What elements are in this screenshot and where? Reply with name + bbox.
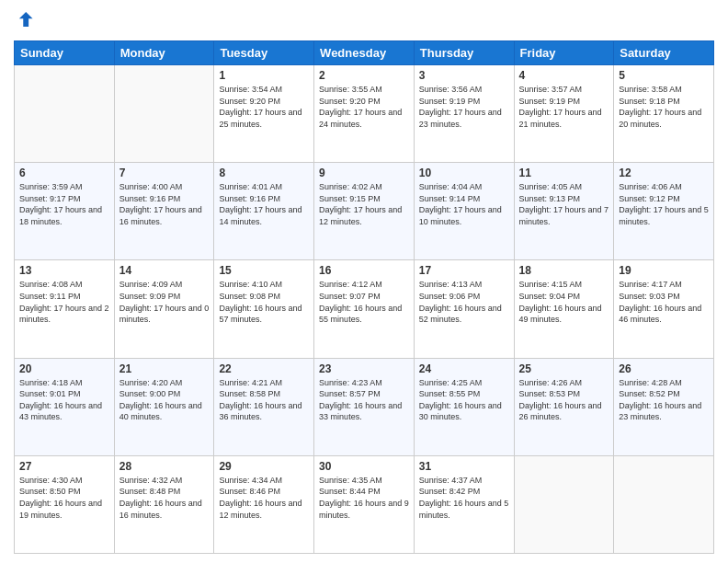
day-number: 7: [119, 167, 210, 179]
calendar-cell: 19Sunrise: 4:17 AM Sunset: 9:03 PM Dayli…: [614, 260, 714, 358]
calendar-cell: 26Sunrise: 4:28 AM Sunset: 8:52 PM Dayli…: [614, 358, 714, 455]
calendar-cell: [114, 65, 214, 163]
calendar-cell: 2Sunrise: 3:55 AM Sunset: 9:20 PM Daylig…: [314, 65, 415, 163]
weekday-header-sunday: Sunday: [15, 41, 115, 65]
calendar-cell: 30Sunrise: 4:35 AM Sunset: 8:44 PM Dayli…: [314, 455, 415, 553]
calendar-cell: 24Sunrise: 4:25 AM Sunset: 8:55 PM Dayli…: [414, 358, 514, 455]
day-info: Sunrise: 4:06 AM Sunset: 9:12 PM Dayligh…: [619, 181, 709, 227]
calendar-cell: 14Sunrise: 4:09 AM Sunset: 9:09 PM Dayli…: [114, 260, 214, 358]
calendar-cell: 31Sunrise: 4:37 AM Sunset: 8:42 PM Dayli…: [414, 455, 514, 553]
calendar-cell: [15, 65, 115, 163]
day-number: 12: [619, 167, 709, 179]
day-info: Sunrise: 4:20 AM Sunset: 9:00 PM Dayligh…: [119, 377, 210, 423]
day-number: 5: [619, 69, 709, 82]
calendar-cell: 9Sunrise: 4:02 AM Sunset: 9:15 PM Daylig…: [314, 163, 415, 260]
day-info: Sunrise: 4:21 AM Sunset: 8:58 PM Dayligh…: [219, 377, 309, 423]
week-row-5: 27Sunrise: 4:30 AM Sunset: 8:50 PM Dayli…: [15, 455, 714, 553]
svg-marker-0: [19, 12, 33, 27]
weekday-header-monday: Monday: [114, 41, 214, 65]
week-row-3: 13Sunrise: 4:08 AM Sunset: 9:11 PM Dayli…: [15, 260, 714, 358]
day-info: Sunrise: 4:04 AM Sunset: 9:14 PM Dayligh…: [419, 181, 509, 227]
calendar-cell: 6Sunrise: 3:59 AM Sunset: 9:17 PM Daylig…: [15, 163, 115, 260]
calendar-cell: 29Sunrise: 4:34 AM Sunset: 8:46 PM Dayli…: [214, 455, 314, 553]
calendar-cell: 8Sunrise: 4:01 AM Sunset: 9:16 PM Daylig…: [214, 163, 314, 260]
day-info: Sunrise: 4:23 AM Sunset: 8:57 PM Dayligh…: [319, 377, 409, 423]
logo: [14, 9, 36, 33]
day-number: 8: [219, 167, 309, 179]
calendar-cell: [514, 455, 614, 553]
day-number: 17: [419, 264, 509, 277]
weekday-header-friday: Friday: [514, 41, 614, 65]
calendar-cell: 13Sunrise: 4:08 AM Sunset: 9:11 PM Dayli…: [15, 260, 115, 358]
day-number: 22: [219, 362, 309, 375]
calendar-table: SundayMondayTuesdayWednesdayThursdayFrid…: [14, 40, 714, 554]
day-number: 25: [519, 362, 609, 375]
calendar-cell: [614, 455, 714, 553]
day-info: Sunrise: 4:05 AM Sunset: 9:13 PM Dayligh…: [519, 181, 609, 227]
day-number: 6: [19, 167, 109, 179]
day-info: Sunrise: 4:32 AM Sunset: 8:48 PM Dayligh…: [119, 475, 210, 521]
calendar-cell: 18Sunrise: 4:15 AM Sunset: 9:04 PM Dayli…: [514, 260, 614, 358]
day-info: Sunrise: 4:08 AM Sunset: 9:11 PM Dayligh…: [19, 279, 109, 325]
calendar-cell: 5Sunrise: 3:58 AM Sunset: 9:18 PM Daylig…: [614, 65, 714, 163]
logo-icon: [14, 9, 34, 29]
day-info: Sunrise: 3:59 AM Sunset: 9:17 PM Dayligh…: [19, 181, 109, 227]
week-row-2: 6Sunrise: 3:59 AM Sunset: 9:17 PM Daylig…: [15, 163, 714, 260]
day-number: 30: [319, 460, 409, 473]
day-info: Sunrise: 4:01 AM Sunset: 9:16 PM Dayligh…: [219, 181, 309, 227]
day-number: 10: [419, 167, 509, 179]
calendar-cell: 1Sunrise: 3:54 AM Sunset: 9:20 PM Daylig…: [214, 65, 314, 163]
day-number: 16: [319, 264, 409, 277]
day-number: 26: [619, 362, 709, 375]
calendar-cell: 28Sunrise: 4:32 AM Sunset: 8:48 PM Dayli…: [114, 455, 214, 553]
calendar-cell: 22Sunrise: 4:21 AM Sunset: 8:58 PM Dayli…: [214, 358, 314, 455]
week-row-4: 20Sunrise: 4:18 AM Sunset: 9:01 PM Dayli…: [15, 358, 714, 455]
day-info: Sunrise: 3:56 AM Sunset: 9:19 PM Dayligh…: [419, 84, 509, 130]
week-row-1: 1Sunrise: 3:54 AM Sunset: 9:20 PM Daylig…: [15, 65, 714, 163]
day-info: Sunrise: 4:10 AM Sunset: 9:08 PM Dayligh…: [219, 279, 309, 325]
weekday-header-thursday: Thursday: [414, 41, 514, 65]
day-info: Sunrise: 4:12 AM Sunset: 9:07 PM Dayligh…: [319, 279, 409, 325]
calendar-cell: 16Sunrise: 4:12 AM Sunset: 9:07 PM Dayli…: [314, 260, 415, 358]
day-info: Sunrise: 4:30 AM Sunset: 8:50 PM Dayligh…: [19, 475, 109, 521]
day-number: 21: [119, 362, 210, 375]
weekday-header-wednesday: Wednesday: [314, 41, 415, 65]
day-number: 20: [19, 362, 109, 375]
calendar-cell: 11Sunrise: 4:05 AM Sunset: 9:13 PM Dayli…: [514, 163, 614, 260]
day-number: 18: [519, 264, 609, 277]
day-number: 19: [619, 264, 709, 277]
day-number: 4: [519, 69, 609, 82]
day-info: Sunrise: 3:57 AM Sunset: 9:19 PM Dayligh…: [519, 84, 609, 130]
calendar-cell: 21Sunrise: 4:20 AM Sunset: 9:00 PM Dayli…: [114, 358, 214, 455]
day-info: Sunrise: 3:55 AM Sunset: 9:20 PM Dayligh…: [319, 84, 409, 130]
weekday-header-saturday: Saturday: [614, 41, 714, 65]
day-number: 29: [219, 460, 309, 473]
day-number: 27: [19, 460, 109, 473]
day-number: 11: [519, 167, 609, 179]
calendar-cell: 10Sunrise: 4:04 AM Sunset: 9:14 PM Dayli…: [414, 163, 514, 260]
calendar-cell: 12Sunrise: 4:06 AM Sunset: 9:12 PM Dayli…: [614, 163, 714, 260]
calendar-cell: 7Sunrise: 4:00 AM Sunset: 9:16 PM Daylig…: [114, 163, 214, 260]
calendar-cell: 20Sunrise: 4:18 AM Sunset: 9:01 PM Dayli…: [15, 358, 115, 455]
day-number: 24: [419, 362, 509, 375]
page: SundayMondayTuesdayWednesdayThursdayFrid…: [0, 0, 728, 563]
calendar-cell: 25Sunrise: 4:26 AM Sunset: 8:53 PM Dayli…: [514, 358, 614, 455]
header: [14, 9, 714, 33]
day-info: Sunrise: 4:37 AM Sunset: 8:42 PM Dayligh…: [419, 475, 509, 521]
calendar-cell: 3Sunrise: 3:56 AM Sunset: 9:19 PM Daylig…: [414, 65, 514, 163]
calendar-cell: 4Sunrise: 3:57 AM Sunset: 9:19 PM Daylig…: [514, 65, 614, 163]
day-number: 28: [119, 460, 210, 473]
calendar-cell: 15Sunrise: 4:10 AM Sunset: 9:08 PM Dayli…: [214, 260, 314, 358]
weekday-header-tuesday: Tuesday: [214, 41, 314, 65]
calendar-cell: 17Sunrise: 4:13 AM Sunset: 9:06 PM Dayli…: [414, 260, 514, 358]
day-number: 13: [19, 264, 109, 277]
day-number: 31: [419, 460, 509, 473]
day-number: 1: [219, 69, 309, 82]
day-info: Sunrise: 4:02 AM Sunset: 9:15 PM Dayligh…: [319, 181, 409, 227]
day-info: Sunrise: 4:34 AM Sunset: 8:46 PM Dayligh…: [219, 475, 309, 521]
day-info: Sunrise: 3:58 AM Sunset: 9:18 PM Dayligh…: [619, 84, 709, 130]
weekday-header-row: SundayMondayTuesdayWednesdayThursdayFrid…: [15, 41, 714, 65]
day-info: Sunrise: 4:09 AM Sunset: 9:09 PM Dayligh…: [119, 279, 210, 325]
day-number: 23: [319, 362, 409, 375]
day-info: Sunrise: 4:00 AM Sunset: 9:16 PM Dayligh…: [119, 181, 210, 227]
